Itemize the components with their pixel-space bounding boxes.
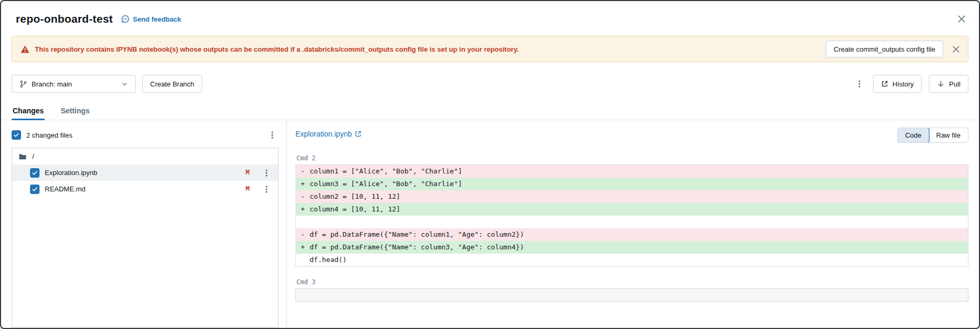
warning-message: This repository contains IPYNB notebook(…: [35, 45, 820, 53]
file-status-badge: M: [245, 169, 250, 177]
chevron-down-icon: [121, 81, 128, 88]
branch-selector[interactable]: Branch: main: [12, 75, 136, 93]
changed-files-panel: 2 changed files / Exploration.ipynb M RE…: [1, 120, 286, 328]
dialog-close-icon[interactable]: [957, 14, 966, 24]
file-row[interactable]: Exploration.ipynb M: [12, 164, 278, 181]
view-mode-raw[interactable]: Raw file: [929, 128, 968, 142]
create-branch-button[interactable]: Create Branch: [142, 75, 202, 93]
file-kebab-icon[interactable]: [260, 167, 273, 179]
diff-line-sign: -: [296, 190, 310, 203]
feedback-label: Send feedback: [133, 15, 181, 23]
diff-line-sign: [296, 254, 310, 266]
tab-changes[interactable]: Changes: [12, 103, 45, 120]
banner-dismiss-icon[interactable]: [948, 43, 962, 56]
diff-line-sign: [296, 216, 310, 228]
diff-line-code: df = pd.DataFrame({"Name": column1, "Age…: [310, 228, 968, 241]
files-kebab-icon[interactable]: [266, 129, 279, 141]
diff-line-sign: -: [296, 165, 310, 178]
external-link-icon: [881, 80, 888, 88]
diff-line-sign: +: [296, 203, 310, 216]
git-branch-icon: [19, 80, 27, 88]
changed-files-summary: 2 changed files: [26, 131, 72, 139]
select-all-checkbox[interactable]: [12, 130, 21, 140]
repos-dialog: repo-onboard-test Send feedback This rep…: [0, 0, 980, 329]
repo-toolbar: Branch: main Create Branch History Pull: [12, 75, 968, 93]
feedback-bubble-icon: [121, 15, 130, 23]
file-name: Exploration.ipynb: [45, 169, 240, 177]
diff-line-context: df.head(): [296, 254, 968, 266]
arrow-down-icon: [937, 80, 945, 88]
cell-label: Cmd 3: [296, 278, 968, 286]
diff-line-code: column1 = ["Alice", "Bob", "Charlie"]: [310, 165, 968, 178]
file-checkbox[interactable]: [30, 168, 39, 178]
diff-header: Exploration.ipynb Code Raw file: [295, 128, 968, 143]
pull-label: Pull: [949, 80, 961, 88]
file-row[interactable]: README.md M: [12, 181, 278, 197]
history-button[interactable]: History: [873, 75, 922, 93]
diff-line-removed: - column1 = ["Alice", "Bob", "Charlie"]: [296, 165, 968, 178]
toolbar-right-group: History Pull: [853, 75, 968, 93]
warning-triangle-icon: [21, 45, 29, 54]
file-kebab-icon[interactable]: [260, 183, 273, 196]
tab-settings[interactable]: Settings: [60, 103, 91, 120]
warning-banner: This repository contains IPYNB notebook(…: [12, 36, 968, 62]
diff-file-name: Exploration.ipynb: [295, 130, 352, 138]
view-mode-toggle: Code Raw file: [897, 128, 968, 143]
file-status-badge: M: [245, 185, 250, 193]
dialog-header: repo-onboard-test Send feedback: [1, 1, 979, 34]
pull-button[interactable]: Pull: [929, 75, 968, 93]
file-tree: / Exploration.ipynb M README.md M: [12, 148, 279, 328]
diff-panel: Exploration.ipynb Code Raw file Cmd 2 - …: [286, 120, 979, 328]
diff-line-added: + column3 = ["Alice", "Bob", "Charlie"]: [296, 178, 968, 190]
diff-line-blank: [296, 216, 968, 228]
diff-line-added: + df = pd.DataFrame({"Name": column3, "A…: [296, 241, 968, 254]
changes-content: 2 changed files / Exploration.ipynb M RE…: [1, 120, 979, 328]
folder-icon: [18, 152, 27, 161]
file-name: README.md: [45, 185, 240, 193]
diff-line-code: column4 = [10, 11, 12]: [310, 203, 968, 216]
send-feedback-link[interactable]: Send feedback: [121, 15, 181, 23]
diff-line-removed: - column2 = [10, 11, 12]: [296, 190, 968, 203]
file-tree-root-folder[interactable]: /: [12, 148, 278, 164]
diff-line-code: column2 = [10, 11, 12]: [310, 190, 968, 203]
empty-cell: [295, 288, 968, 302]
notebook-cells: Cmd 2 - column1 = ["Alice", "Bob", "Char…: [295, 154, 968, 302]
create-config-button[interactable]: Create commit_outputs config file: [826, 41, 943, 57]
changed-files-header: 2 changed files: [12, 128, 279, 142]
diff-line-sign: +: [296, 241, 310, 254]
toolbar-kebab-icon[interactable]: [853, 78, 866, 90]
file-checkbox[interactable]: [30, 185, 39, 194]
view-mode-code[interactable]: Code: [897, 128, 929, 143]
diff-line-code: df = pd.DataFrame({"Name": column3, "Age…: [310, 241, 968, 254]
history-label: History: [893, 80, 914, 88]
cell-label: Cmd 2: [296, 154, 968, 162]
tab-bar: Changes Settings: [1, 103, 979, 120]
diff-line-sign: -: [296, 228, 310, 241]
diff-line-removed: - df = pd.DataFrame({"Name": column1, "A…: [296, 228, 968, 241]
diff-file-link[interactable]: Exploration.ipynb: [295, 128, 362, 138]
diff-line-code: column3 = ["Alice", "Bob", "Charlie"]: [310, 178, 968, 190]
diff-line-code: df.head(): [310, 254, 968, 266]
diff-line-sign: +: [296, 178, 310, 190]
diff-block: - column1 = ["Alice", "Bob", "Charlie"] …: [295, 164, 968, 267]
diff-line-added: + column4 = [10, 11, 12]: [296, 203, 968, 216]
branch-selector-label: Branch: main: [32, 80, 72, 88]
root-folder-label: /: [32, 152, 34, 160]
open-file-external-icon: [354, 130, 362, 138]
diff-line-code: [310, 216, 968, 228]
page-title: repo-onboard-test: [16, 13, 113, 25]
